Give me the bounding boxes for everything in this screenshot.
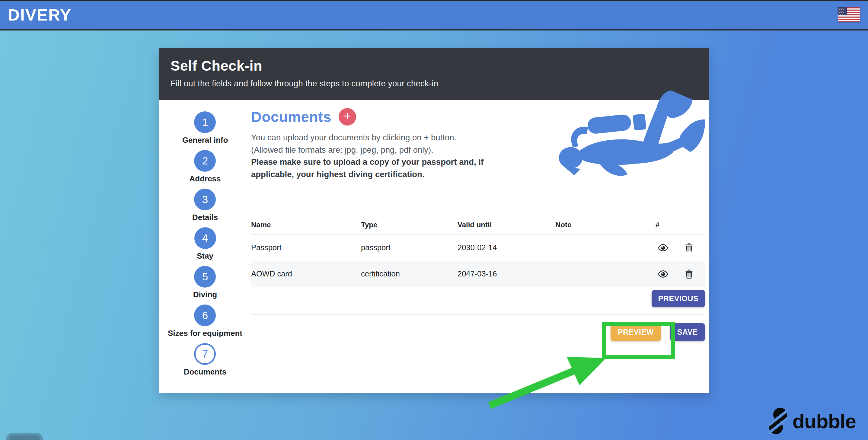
delete-document-button[interactable]: [685, 243, 693, 252]
row-actions: [655, 243, 705, 252]
step-diving[interactable]: 5 Diving: [193, 266, 217, 299]
self-checkin-card: Self Check-in Fill out the fields and fo…: [159, 48, 709, 393]
cell-name: Passport: [251, 243, 361, 252]
step-circle-5[interactable]: 5: [194, 266, 216, 288]
step-circle-1[interactable]: 1: [194, 112, 216, 133]
step-label: Stay: [197, 251, 213, 260]
eye-icon: [658, 270, 668, 278]
dubble-logo-icon: [768, 407, 788, 435]
trash-icon: [685, 270, 693, 279]
trash-icon: [685, 243, 693, 252]
cell-type: passport: [361, 243, 458, 252]
table-row: AOWD card certification 2047-03-16: [251, 261, 705, 287]
cell-type: certification: [361, 270, 458, 278]
step-sizes-for-equipment[interactable]: 6 Sizes for equipment: [168, 305, 242, 338]
step-label: Sizes for equipment: [168, 328, 242, 338]
divider: [251, 314, 705, 315]
step-rail: 1 General info 2 Address 3 Details 4 Sta…: [159, 100, 251, 393]
window-frame-edge: [0, 0, 868, 1]
row-actions: [655, 270, 705, 279]
chat-widget-inner: [9, 436, 40, 440]
step-label: Details: [192, 213, 218, 222]
step-address[interactable]: 2 Address: [189, 150, 221, 183]
step-stay[interactable]: 4 Stay: [194, 227, 216, 260]
step-circle-7[interactable]: 7: [194, 343, 216, 365]
us-flag-icon[interactable]: [838, 7, 860, 22]
description-bold: Please make sure to upload a copy of you…: [251, 156, 493, 181]
scuba-diver-illustration: [556, 90, 707, 178]
page: DIVERY Self Check-in Fill out the fields: [0, 0, 868, 440]
col-header-type: Type: [361, 221, 458, 229]
step-label: Diving: [193, 290, 217, 299]
previous-row: PREVIOUS: [251, 290, 705, 307]
table-header-row: Name Type Valid until Note #: [251, 216, 705, 235]
view-document-button[interactable]: [658, 270, 668, 278]
description-line-1: You can upload your documents by clickin…: [251, 132, 493, 144]
preview-button[interactable]: PREVIEW: [611, 323, 661, 341]
save-button[interactable]: SAVE: [670, 323, 705, 341]
section-head: Documents +: [251, 108, 705, 126]
cell-valid-until: 2030-02-14: [458, 243, 555, 252]
step-label: Documents: [184, 367, 227, 376]
step-circle-3[interactable]: 3: [194, 189, 216, 210]
cell-valid-until: 2047-03-16: [458, 270, 555, 278]
col-header-note: Note: [555, 221, 655, 229]
eye-icon: [658, 244, 668, 252]
chat-widget-stub[interactable]: [6, 433, 43, 440]
step-documents-current[interactable]: 7 Documents: [184, 343, 227, 376]
documents-table: Name Type Valid until Note # Passport pa…: [251, 216, 705, 287]
page-title: Self Check-in: [170, 57, 709, 74]
card-header: Self Check-in Fill out the fields and fo…: [159, 48, 709, 100]
cell-name: AOWD card: [251, 270, 361, 278]
previous-button[interactable]: PREVIOUS: [652, 290, 705, 307]
step-details[interactable]: 3 Details: [192, 189, 218, 222]
section-title: Documents: [251, 108, 331, 125]
col-header-name: Name: [251, 221, 361, 229]
step-label: General info: [182, 135, 228, 145]
step-circle-2[interactable]: 2: [194, 150, 216, 172]
description-line-2: (Allowed file formats are: jpg, jpeg, pn…: [251, 144, 493, 156]
documents-panel: Documents + You can upload your document…: [251, 100, 709, 393]
step-circle-6[interactable]: 6: [194, 305, 216, 326]
dubble-watermark: dubble: [768, 407, 856, 435]
step-general-info[interactable]: 1 General info: [182, 112, 228, 145]
step-circle-4[interactable]: 4: [194, 227, 216, 249]
divery-logo[interactable]: DIVERY: [8, 7, 71, 23]
table-row: Passport passport 2030-02-14: [251, 235, 705, 261]
page-subtitle: Fill out the fields and follow through t…: [170, 79, 709, 88]
step-label: Address: [189, 174, 221, 183]
col-header-actions: #: [655, 221, 705, 229]
delete-document-button[interactable]: [685, 270, 693, 279]
section-description: You can upload your documents by clickin…: [251, 132, 493, 181]
card-body: 1 General info 2 Address 3 Details 4 Sta…: [159, 100, 709, 393]
col-header-valid-until: Valid until: [458, 221, 555, 229]
add-document-button[interactable]: +: [339, 108, 356, 126]
dubble-wordmark: dubble: [793, 410, 856, 433]
save-row: PREVIEW SAVE: [251, 323, 705, 341]
view-document-button[interactable]: [658, 244, 668, 252]
top-navbar: DIVERY: [0, 0, 868, 30]
